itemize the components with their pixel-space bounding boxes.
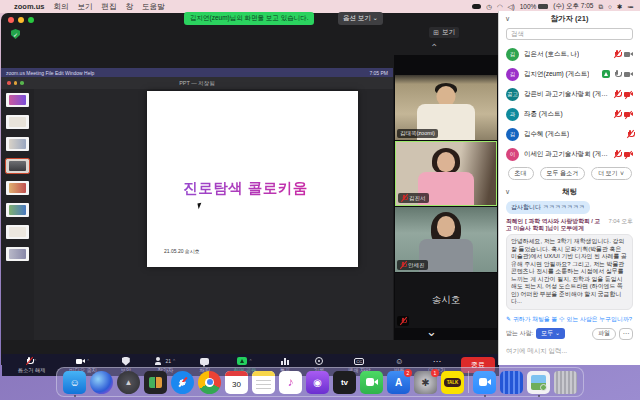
volume-icon[interactable]: ◁) [508, 3, 515, 11]
chat-input[interactable]: 여기에 메시지 입력... [506, 347, 633, 356]
menu-meeting[interactable]: 회의 [53, 2, 68, 12]
menu-view[interactable]: 보기 [77, 2, 92, 12]
avatar: 김 [506, 128, 519, 141]
zoom-app-icon[interactable] [473, 371, 496, 394]
slide-thumbnail[interactable] [6, 93, 29, 107]
mission-control-icon[interactable] [144, 371, 167, 394]
chat-sender: 최혜인 [ 과학 역사와 사랑방학회 / 교고 미술사 학회 ]님이 모두에게 [506, 218, 600, 231]
video-tile-4-camera-off[interactable]: 송시호 [395, 273, 497, 328]
slide-thumbnail[interactable] [6, 137, 29, 151]
chat-more-button[interactable]: ⋯ [619, 328, 633, 340]
slide-thumbnail[interactable] [6, 247, 29, 261]
library-app-icon[interactable] [500, 371, 523, 394]
siri-icon[interactable]: ✱ [617, 3, 622, 11]
video-name-label [397, 316, 409, 326]
chat-privacy-link[interactable]: ✎ 귀하가 채팅을 볼 수 있는 사람은 누구입니까? [506, 315, 633, 324]
battery-indicator[interactable]: 100% [520, 3, 549, 10]
minimize-window-button[interactable] [18, 17, 24, 23]
apple-tv-icon[interactable]: tv [333, 371, 356, 394]
menubar-app-name[interactable]: zoom.us [14, 2, 44, 11]
video-options-chevron-icon[interactable]: ⌃ [86, 357, 90, 366]
screen-share-banner-text: 김지연(zeum)님의 화면을 보고 있습니다. [190, 14, 308, 23]
kakaotalk-icon[interactable]: TALK [441, 371, 464, 394]
share-screen-icon [237, 357, 247, 365]
scroll-videos-up-icon[interactable]: ⌃ [430, 42, 438, 53]
participants-more-button[interactable]: 더 보기 ∨ [591, 167, 631, 180]
slide-thumbnail-selected[interactable] [6, 159, 29, 173]
participant-row[interactable]: 김 김은서 (호스트, 나) [499, 44, 640, 64]
collapse-participants-icon[interactable]: ∨ [505, 15, 510, 23]
menubar-datetime[interactable]: (수) 오후 7:05 [553, 2, 593, 11]
trash-icon[interactable] [554, 371, 577, 394]
participant-row[interactable]: 김 김지연(zeum) (게스트) [499, 64, 640, 84]
participants-chevron-icon[interactable]: ⌃ [172, 357, 176, 366]
mic-options-chevron-icon[interactable]: ⌃ [33, 357, 37, 366]
share-options-chevron-icon[interactable]: ⌃ [248, 357, 252, 366]
chrome-icon[interactable] [198, 371, 221, 394]
wifi-icon[interactable]: ◠ [497, 3, 503, 11]
slide-thumbnail[interactable] [6, 203, 29, 217]
menu-edit[interactable]: 편집 [101, 2, 116, 12]
mute-all-button[interactable]: 모두 음소거 [540, 167, 586, 180]
ppt-titlebar: PPT — 저장됨 [1, 77, 393, 89]
collapse-chat-icon[interactable]: ∨ [505, 188, 510, 196]
video-tile-2-active-speaker[interactable]: 김진서 [395, 141, 497, 206]
music-icon[interactable]: ♪ [279, 371, 302, 394]
fullscreen-window-button[interactable] [28, 17, 34, 23]
participant-name: 이세인 과고기술사랑회 (게스트) [524, 150, 608, 159]
menu-window[interactable]: 창 [125, 2, 133, 12]
finder-icon[interactable]: ☺ [63, 371, 86, 394]
chat-timestamp: 7:04 오후 [609, 218, 634, 225]
view-mode-button[interactable]: ⊞ 보기 [429, 27, 459, 38]
app-store-icon[interactable]: A2 [387, 371, 410, 394]
chat-messages[interactable]: 감사합니다 ㅋㅋㅋㅋㅋㅋㅋ 최혜인 [ 과학 역사와 사랑방학회 / 교고 미술… [499, 199, 640, 365]
unmute-button[interactable]: ⌃ 음소거 해제 [6, 357, 57, 374]
view-options-button[interactable]: 옵션 보기 ⌄ [338, 12, 383, 25]
menu-help[interactable]: 도움말 [142, 2, 165, 12]
recipient-select[interactable]: 모두 ⌄ [536, 328, 565, 339]
more-icon: ⋯ [433, 357, 441, 366]
podcasts-icon[interactable]: ◉ [306, 371, 329, 394]
spotlight-icon[interactable]: ○ [608, 3, 612, 10]
participant-name: 김진서 [409, 195, 426, 202]
slide-thumbnail[interactable] [6, 225, 29, 239]
screen-sharing-icon [602, 70, 610, 78]
launchpad-icon[interactable]: ▲ [117, 371, 140, 394]
siri-icon[interactable] [90, 371, 113, 394]
participant-row[interactable]: 이 이세인 과고기술사랑회 (게스트) [499, 144, 640, 164]
closed-caption-icon: CC [354, 358, 364, 365]
file-attach-button[interactable]: 파일 [592, 328, 616, 340]
video-tile-1[interactable]: 김태욱(zoomi) [395, 75, 497, 140]
slide-thumbnail[interactable] [6, 181, 29, 195]
slide-thumbnail[interactable] [6, 115, 29, 129]
unmute-label: 음소거 해제 [18, 367, 46, 374]
calendar-icon[interactable]: 30 [225, 371, 248, 394]
participant-row[interactable]: 김 김수혜 (게스트) [499, 124, 640, 144]
safari-icon[interactable] [171, 371, 194, 394]
display-icon[interactable]: ⧉ [598, 3, 603, 11]
polls-icon [281, 357, 289, 365]
avatar: 김 [506, 48, 519, 61]
scroll-videos-down-icon[interactable]: ⌄ [426, 324, 437, 339]
participants-actions: 초대 모두 음소거 더 보기 ∨ [499, 167, 640, 180]
view-mode-label: 보기 [442, 28, 455, 37]
preview-icon[interactable] [527, 371, 550, 394]
clock-icon[interactable]: ◷ [486, 3, 492, 11]
camera-on-icon [624, 51, 633, 57]
participant-search-input[interactable]: 검색 [506, 28, 633, 40]
participant-row[interactable]: 공고 강른비 과고기술사랑회 (게스트) [499, 84, 640, 104]
encryption-shield-icon[interactable]: ✓ [11, 29, 20, 39]
participants-title: 참가자 (21) [551, 14, 589, 24]
close-window-button[interactable] [8, 17, 14, 23]
system-preferences-icon[interactable]: ✱1 [414, 371, 437, 394]
facetime-icon[interactable] [360, 371, 383, 394]
participant-row[interactable]: 과 좌충 (게스트) [499, 104, 640, 124]
shared-screen-content: zoom.us Meeting File Edit Window Help 7:… [1, 68, 393, 340]
control-center-icon[interactable]: ≔ [628, 3, 635, 11]
screen-record-indicator-icon[interactable] [472, 4, 481, 9]
invite-button[interactable]: 초대 [508, 167, 534, 180]
reactions-icon: ☺ [395, 357, 403, 366]
chat-recipient-row: 받는 사람: 모두 ⌄ 파일 ⋯ [506, 328, 633, 340]
notes-icon[interactable] [252, 371, 275, 394]
video-tile-3[interactable]: 안세진 [395, 207, 497, 272]
